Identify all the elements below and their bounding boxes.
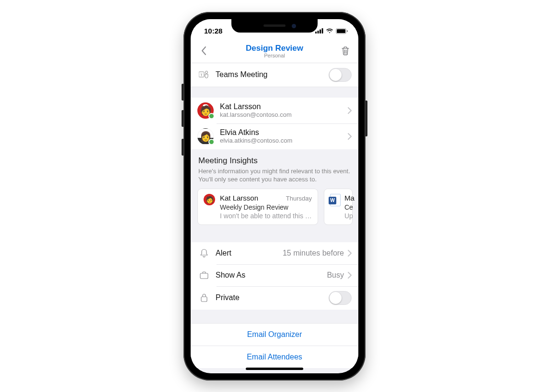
teams-icon: T xyxy=(197,70,211,79)
nav-subtitle: Personal xyxy=(191,53,358,58)
chevron-right-icon xyxy=(348,250,352,257)
nav-bar: Design Review Personal xyxy=(191,39,358,63)
teams-meeting-row: T Teams Meeting xyxy=(191,63,358,87)
svg-rect-11 xyxy=(201,297,207,302)
alert-value: 15 minutes before xyxy=(283,249,344,258)
meeting-insights-description: Here's information you might find releva… xyxy=(198,167,351,184)
email-attendees-label: Email Attendees xyxy=(247,353,302,361)
screen: 10:28 Design Review Personal T xyxy=(191,19,358,373)
notch xyxy=(231,19,318,33)
lock-icon xyxy=(197,293,211,302)
attendee-email: kat.larsson@contoso.com xyxy=(220,111,292,118)
avatar: 🧑 xyxy=(204,194,215,205)
attendee-row[interactable]: 🧑 Kat Larsson kat.larsson@contoso.com xyxy=(191,98,358,123)
svg-rect-0 xyxy=(315,32,317,34)
svg-rect-1 xyxy=(318,31,319,34)
svg-rect-6 xyxy=(347,30,348,32)
wifi-icon xyxy=(326,28,333,34)
phone-frame: 10:28 Design Review Personal T xyxy=(183,12,366,381)
insight-card-document[interactable]: W Ma Ce Up xyxy=(324,189,353,225)
content: T Teams Meeting 🧑 Kat Larsson kat.larsso… xyxy=(191,63,358,368)
svg-rect-10 xyxy=(200,273,208,279)
delete-button[interactable] xyxy=(338,44,353,58)
private-toggle[interactable] xyxy=(329,291,352,305)
attendee-name: Elvia Atkins xyxy=(220,128,292,137)
attendee-email: elvia.atkins@contoso.com xyxy=(220,137,292,144)
svg-rect-2 xyxy=(320,30,321,34)
nav-title: Design Review xyxy=(191,44,358,53)
chevron-right-icon xyxy=(348,107,352,114)
attendee-name: Kat Larsson xyxy=(220,102,292,111)
card-date: Thursday xyxy=(286,195,312,202)
teams-meeting-toggle[interactable] xyxy=(329,68,352,82)
briefcase-icon xyxy=(197,271,211,280)
show-as-row[interactable]: Show As Busy xyxy=(191,264,358,286)
chevron-right-icon xyxy=(348,133,352,140)
presence-available-icon xyxy=(208,139,215,145)
card-sender: Kat Larsson xyxy=(220,194,258,202)
back-button[interactable] xyxy=(196,44,211,58)
alert-label: Alert xyxy=(216,249,231,258)
status-time: 10:28 xyxy=(204,27,222,35)
card-subject: Weekly Design Review xyxy=(220,203,312,211)
svg-rect-5 xyxy=(337,29,345,33)
meeting-insights-header: Meeting Insights Here's information you … xyxy=(191,149,358,189)
status-icons xyxy=(315,28,348,34)
word-document-icon: W xyxy=(330,194,341,206)
email-attendees-button[interactable]: Email Attendees xyxy=(191,346,358,368)
card-preview: I won't be able to attend this w… xyxy=(220,212,312,220)
insights-cards[interactable]: 🧑 Kat Larsson Thursday Weekly Design Rev… xyxy=(191,189,358,232)
show-as-label: Show As xyxy=(216,271,245,280)
home-indicator[interactable] xyxy=(246,368,303,370)
private-row: Private xyxy=(191,286,358,310)
trash-icon xyxy=(341,46,350,56)
svg-rect-3 xyxy=(322,28,323,34)
cellular-icon xyxy=(315,28,323,34)
attendee-row[interactable]: 👩 Elvia Atkins elvia.atkins@contoso.com xyxy=(191,123,358,149)
alert-row[interactable]: Alert 15 minutes before xyxy=(191,242,358,264)
insight-card-email[interactable]: 🧑 Kat Larsson Thursday Weekly Design Rev… xyxy=(197,189,318,225)
card-title: Ma xyxy=(344,194,355,202)
show-as-value: Busy xyxy=(327,271,344,280)
svg-text:T: T xyxy=(200,73,203,77)
teams-meeting-label: Teams Meeting xyxy=(216,70,268,79)
chevron-left-icon xyxy=(201,46,206,56)
email-organizer-label: Email Organizer xyxy=(247,330,302,338)
card-line3: Up xyxy=(344,212,355,220)
presence-available-icon xyxy=(208,113,215,119)
card-line2: Ce xyxy=(344,203,355,211)
svg-point-9 xyxy=(206,71,208,74)
chevron-right-icon xyxy=(348,272,352,279)
bell-icon xyxy=(197,248,211,258)
email-organizer-button[interactable]: Email Organizer xyxy=(191,323,358,346)
private-label: Private xyxy=(216,293,240,302)
battery-icon xyxy=(336,28,348,34)
meeting-insights-title: Meeting Insights xyxy=(198,156,351,166)
